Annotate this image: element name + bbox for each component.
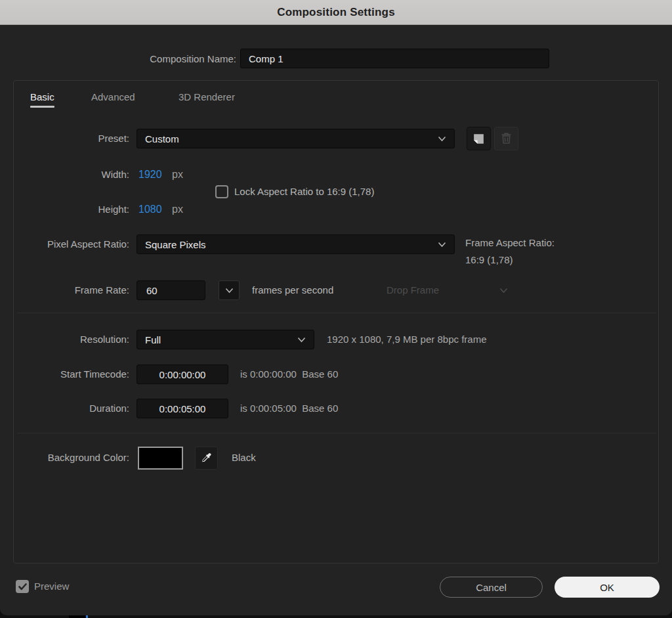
frame-rate-unit-text: frames per second <box>252 284 333 297</box>
preview-checkbox[interactable] <box>16 580 29 593</box>
composition-name-label: Composition Name: <box>72 53 236 66</box>
start-timecode-input[interactable] <box>136 364 228 384</box>
tab-basic[interactable]: Basic <box>30 91 54 102</box>
preset-label: Preset: <box>14 132 129 145</box>
timeline-fragment <box>69 615 86 618</box>
tab-advanced[interactable]: Advanced <box>91 91 135 102</box>
pixel-aspect-ratio-label: Pixel Aspect Ratio: <box>14 238 129 251</box>
ok-button[interactable]: OK <box>555 577 660 598</box>
composition-name-input[interactable] <box>240 49 549 68</box>
start-timecode-info: is 0:00:00:00 Base 60 <box>240 368 338 381</box>
resolution-info: 1920 x 1080, 7,9 MB per 8bpc frame <box>327 333 486 346</box>
height-label: Height: <box>14 203 129 216</box>
frame-rate-label: Frame Rate: <box>14 284 129 297</box>
chevron-down-icon <box>499 288 508 294</box>
background-color-name: Black <box>232 451 256 464</box>
height-value[interactable]: 1080 <box>138 203 162 216</box>
width-label: Width: <box>14 168 129 181</box>
lock-aspect-ratio-checkbox[interactable] <box>215 185 228 198</box>
height-unit: px <box>172 203 183 216</box>
delete-preset-button[interactable] <box>494 127 518 150</box>
chevron-down-icon <box>297 337 306 343</box>
eyedropper-icon <box>200 452 213 464</box>
section-divider <box>17 313 656 313</box>
dialog-title: Composition Settings <box>277 6 395 19</box>
section-divider <box>17 433 656 433</box>
frame-rate-preset-button[interactable] <box>219 280 240 300</box>
width-value[interactable]: 1920 <box>138 168 162 181</box>
frame-rate-input[interactable] <box>136 280 205 300</box>
eyedropper-button[interactable] <box>195 447 218 470</box>
preview-row: Preview <box>16 580 69 593</box>
dialog-title-bar: Composition Settings <box>0 0 672 25</box>
preset-value: Custom <box>145 133 179 144</box>
save-preset-icon <box>472 132 486 146</box>
frame-aspect-ratio-label: Frame Aspect Ratio: <box>465 236 555 250</box>
trash-icon <box>500 132 513 145</box>
background-color-swatch[interactable] <box>138 447 183 470</box>
resolution-value: Full <box>145 334 161 345</box>
save-preset-button[interactable] <box>467 127 491 150</box>
width-unit: px <box>172 168 183 181</box>
lock-aspect-ratio-label: Lock Aspect Ratio to 16:9 (1,78) <box>234 185 374 198</box>
settings-panel: Basic Advanced 3D Renderer Preset: Custo… <box>13 80 659 563</box>
resolution-dropdown[interactable]: Full <box>136 330 314 349</box>
resolution-label: Resolution: <box>14 333 129 346</box>
duration-input[interactable] <box>136 399 228 418</box>
chevron-down-icon <box>438 136 446 142</box>
chevron-down-icon <box>438 242 446 248</box>
composition-settings-dialog: Composition Name: Basic Advanced 3D Rend… <box>0 25 672 615</box>
frame-aspect-ratio-value: 16:9 (1,78) <box>465 254 513 267</box>
lock-aspect-ratio-row: Lock Aspect Ratio to 16:9 (1,78) <box>215 185 374 198</box>
preview-label: Preview <box>34 580 69 593</box>
background-color-label: Background Color: <box>14 451 129 464</box>
chevron-down-icon <box>225 288 234 294</box>
app-background-strip <box>0 615 672 618</box>
duration-info: is 0:00:05:00 Base 60 <box>240 402 338 415</box>
start-timecode-label: Start Timecode: <box>14 368 129 381</box>
duration-label: Duration: <box>14 402 129 415</box>
pixel-aspect-ratio-value: Square Pixels <box>145 239 206 250</box>
playhead-fragment <box>86 615 88 618</box>
pixel-aspect-ratio-dropdown[interactable]: Square Pixels <box>136 234 455 254</box>
check-icon <box>18 583 27 590</box>
cancel-button[interactable]: Cancel <box>440 577 543 598</box>
drop-frame-dropdown: Drop Frame <box>387 284 439 297</box>
preset-dropdown[interactable]: Custom <box>136 129 455 148</box>
tab-3d-renderer[interactable]: 3D Renderer <box>178 91 235 102</box>
